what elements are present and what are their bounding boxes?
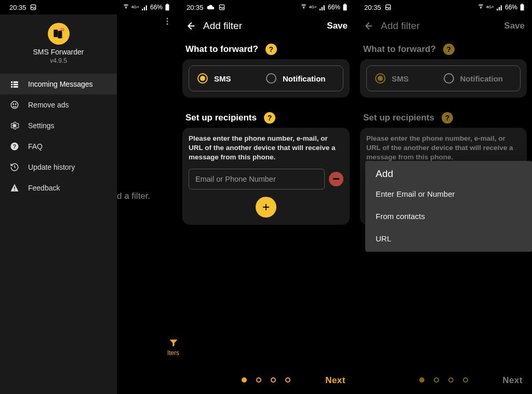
menu-remove-ads[interactable]: Remove ads [0, 94, 117, 115]
pager-dot [434, 377, 439, 383]
radio-notification[interactable]: Notification [444, 73, 512, 84]
svg-point-4 [167, 18, 168, 19]
svg-point-26 [303, 7, 304, 8]
status-time: 20:35 [9, 4, 26, 11]
svg-rect-7 [54, 30, 58, 37]
battery-icon [342, 4, 348, 11]
pager-dot [463, 377, 468, 383]
signal-icon [496, 4, 503, 11]
history-icon [9, 162, 20, 172]
svg-rect-23 [14, 187, 15, 189]
next-button[interactable]: Next [325, 375, 345, 386]
app-version: v4.9.5 [0, 57, 117, 64]
gear-icon [9, 121, 20, 130]
warning-icon [9, 183, 20, 193]
help-icon[interactable]: ? [442, 112, 453, 124]
status-bar: 20:35 4G+ 66% [355, 0, 532, 15]
minus-icon [333, 178, 339, 180]
menu-label: Remove ads [28, 101, 69, 109]
radio-sms[interactable]: SMS [197, 73, 266, 84]
hotspot-icon [123, 4, 129, 11]
dialog-item-contacts[interactable]: From contacts [365, 205, 532, 227]
save-button[interactable]: Save [504, 21, 525, 31]
menu-label: Update history [28, 163, 75, 171]
help-icon[interactable]: ? [264, 112, 275, 124]
screenshot-icon [218, 4, 225, 11]
svg-rect-2 [166, 4, 169, 10]
svg-point-1 [125, 7, 126, 8]
filters-fab-partial[interactable]: lters [167, 337, 179, 357]
radio-sms[interactable]: SMS [375, 73, 444, 84]
recipients-helper: Please enter the phone number, e-mail, o… [189, 134, 343, 162]
dialog-title: Add [365, 168, 532, 183]
radio-notification[interactable]: Notification [266, 73, 335, 84]
menu-incoming-messages[interactable]: Incoming Messages [0, 74, 117, 94]
svg-rect-31 [521, 4, 524, 10]
status-battery: 66% [505, 4, 517, 11]
status-time: 20:35 [364, 4, 381, 11]
radio-selected-icon [375, 73, 385, 84]
svg-rect-16 [14, 86, 18, 88]
screenshot-icon [384, 4, 392, 11]
remove-recipient-button[interactable] [329, 172, 343, 186]
menu-faq[interactable]: ? FAQ [0, 136, 117, 157]
recipients-card: Please enter the phone number, e-mail, o… [182, 128, 350, 225]
drawer-backdrop[interactable]: d a filter. lters [117, 15, 177, 394]
svg-text:SMS: SMS [60, 29, 64, 31]
page-title: Add filter [199, 20, 327, 32]
signal-icon [319, 4, 326, 11]
help-icon[interactable]: ? [443, 44, 455, 55]
help-icon: ? [9, 142, 20, 151]
signal-icon [141, 4, 148, 11]
svg-point-20 [14, 125, 16, 127]
svg-rect-15 [14, 84, 18, 85]
network-icon: 4G+ [131, 5, 139, 9]
hotspot-icon [477, 4, 484, 11]
pager-dot [448, 377, 454, 383]
back-button[interactable] [362, 20, 377, 32]
help-icon[interactable]: ? [265, 44, 277, 55]
pager-dot [256, 377, 261, 383]
svg-point-18 [13, 104, 14, 105]
section-forward-title: What to forward? [363, 44, 436, 55]
section-recipients-title: Set up recipients [185, 113, 257, 123]
dialog-item-url[interactable]: URL [365, 227, 532, 250]
svg-rect-24 [14, 190, 15, 191]
svg-point-6 [167, 23, 168, 25]
section-forward-title: What to forward? [185, 44, 258, 55]
add-recipient-button[interactable] [256, 197, 276, 218]
svg-rect-28 [344, 4, 346, 4]
svg-point-19 [16, 104, 17, 105]
next-button[interactable]: Next [502, 375, 523, 386]
overflow-menu-icon[interactable] [163, 17, 172, 28]
add-dialog: Add Enter Email or Number From contacts … [365, 161, 532, 252]
network-icon: 4G+ [309, 5, 317, 9]
pager-dot [242, 377, 247, 383]
empty-hint: d a filter. [117, 191, 150, 201]
status-bar: 20:35 4G+ 66% [0, 0, 177, 15]
section-recipients-title: Set up recipients [363, 113, 434, 123]
recipients-helper: Please enter the phone number, e-mail, o… [366, 134, 521, 162]
smile-icon [9, 100, 20, 110]
screenshot-icon [30, 4, 37, 11]
list-icon [9, 79, 20, 89]
menu-feedback[interactable]: Feedback [0, 178, 117, 198]
svg-rect-8 [58, 31, 62, 38]
menu-settings[interactable]: Settings [0, 115, 117, 136]
forward-card: SMS Notification [182, 59, 350, 98]
svg-rect-11 [11, 81, 12, 83]
battery-icon [165, 4, 170, 11]
nav-drawer: SMS SMS Forwarder v4.9.5 Incoming Messag… [0, 15, 117, 394]
hotspot-icon [300, 4, 307, 11]
recipient-input[interactable] [189, 169, 325, 189]
svg-rect-12 [11, 84, 12, 85]
back-button[interactable] [184, 20, 199, 32]
svg-point-5 [167, 21, 168, 22]
dialog-item-email-number[interactable]: Enter Email or Number [365, 183, 532, 205]
radio-unselected-icon [266, 73, 276, 84]
forward-card: SMS Notification [360, 59, 527, 98]
save-button[interactable]: Save [327, 21, 348, 31]
network-icon: 4G+ [486, 5, 494, 9]
status-battery: 66% [328, 4, 340, 11]
menu-update-history[interactable]: Update history [0, 157, 117, 178]
